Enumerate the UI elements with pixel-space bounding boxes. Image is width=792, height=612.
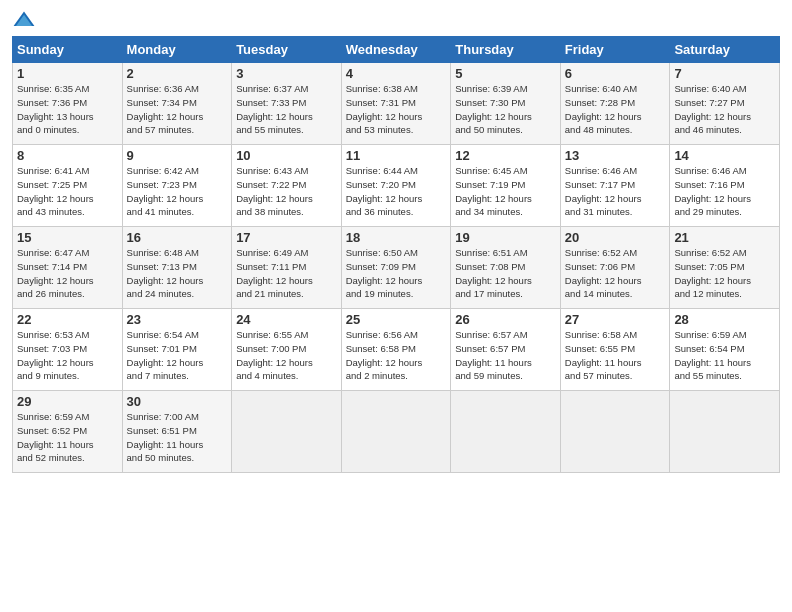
- calendar-week-4: 22Sunrise: 6:53 AM Sunset: 7:03 PM Dayli…: [13, 309, 780, 391]
- calendar-cell: [232, 391, 342, 473]
- calendar-cell: 17Sunrise: 6:49 AM Sunset: 7:11 PM Dayli…: [232, 227, 342, 309]
- calendar-cell: 4Sunrise: 6:38 AM Sunset: 7:31 PM Daylig…: [341, 63, 451, 145]
- day-info: Sunrise: 6:52 AM Sunset: 7:06 PM Dayligh…: [565, 246, 666, 301]
- day-info: Sunrise: 6:45 AM Sunset: 7:19 PM Dayligh…: [455, 164, 556, 219]
- day-number: 8: [17, 148, 118, 163]
- day-number: 19: [455, 230, 556, 245]
- calendar-cell: 13Sunrise: 6:46 AM Sunset: 7:17 PM Dayli…: [560, 145, 670, 227]
- day-number: 24: [236, 312, 337, 327]
- weekday-header-friday: Friday: [560, 37, 670, 63]
- calendar-cell: 22Sunrise: 6:53 AM Sunset: 7:03 PM Dayli…: [13, 309, 123, 391]
- calendar-week-1: 1Sunrise: 6:35 AM Sunset: 7:36 PM Daylig…: [13, 63, 780, 145]
- calendar-cell: 28Sunrise: 6:59 AM Sunset: 6:54 PM Dayli…: [670, 309, 780, 391]
- day-info: Sunrise: 6:50 AM Sunset: 7:09 PM Dayligh…: [346, 246, 447, 301]
- calendar-cell: [670, 391, 780, 473]
- day-number: 15: [17, 230, 118, 245]
- calendar-week-5: 29Sunrise: 6:59 AM Sunset: 6:52 PM Dayli…: [13, 391, 780, 473]
- day-info: Sunrise: 6:35 AM Sunset: 7:36 PM Dayligh…: [17, 82, 118, 137]
- logo: [12, 10, 40, 30]
- calendar-cell: 11Sunrise: 6:44 AM Sunset: 7:20 PM Dayli…: [341, 145, 451, 227]
- day-number: 17: [236, 230, 337, 245]
- day-info: Sunrise: 6:42 AM Sunset: 7:23 PM Dayligh…: [127, 164, 228, 219]
- calendar-cell: 14Sunrise: 6:46 AM Sunset: 7:16 PM Dayli…: [670, 145, 780, 227]
- day-info: Sunrise: 6:39 AM Sunset: 7:30 PM Dayligh…: [455, 82, 556, 137]
- calendar-cell: 7Sunrise: 6:40 AM Sunset: 7:27 PM Daylig…: [670, 63, 780, 145]
- day-info: Sunrise: 6:47 AM Sunset: 7:14 PM Dayligh…: [17, 246, 118, 301]
- day-info: Sunrise: 6:46 AM Sunset: 7:16 PM Dayligh…: [674, 164, 775, 219]
- weekday-header-saturday: Saturday: [670, 37, 780, 63]
- calendar-cell: 29Sunrise: 6:59 AM Sunset: 6:52 PM Dayli…: [13, 391, 123, 473]
- calendar-cell: 15Sunrise: 6:47 AM Sunset: 7:14 PM Dayli…: [13, 227, 123, 309]
- calendar-table: SundayMondayTuesdayWednesdayThursdayFrid…: [12, 36, 780, 473]
- main-container: SundayMondayTuesdayWednesdayThursdayFrid…: [0, 0, 792, 483]
- day-info: Sunrise: 6:40 AM Sunset: 7:28 PM Dayligh…: [565, 82, 666, 137]
- day-info: Sunrise: 6:55 AM Sunset: 7:00 PM Dayligh…: [236, 328, 337, 383]
- calendar-cell: [451, 391, 561, 473]
- day-number: 25: [346, 312, 447, 327]
- calendar-cell: 27Sunrise: 6:58 AM Sunset: 6:55 PM Dayli…: [560, 309, 670, 391]
- day-number: 23: [127, 312, 228, 327]
- day-number: 7: [674, 66, 775, 81]
- calendar-cell: 21Sunrise: 6:52 AM Sunset: 7:05 PM Dayli…: [670, 227, 780, 309]
- day-number: 28: [674, 312, 775, 327]
- calendar-cell: 5Sunrise: 6:39 AM Sunset: 7:30 PM Daylig…: [451, 63, 561, 145]
- calendar-cell: 24Sunrise: 6:55 AM Sunset: 7:00 PM Dayli…: [232, 309, 342, 391]
- day-info: Sunrise: 6:36 AM Sunset: 7:34 PM Dayligh…: [127, 82, 228, 137]
- day-info: Sunrise: 6:59 AM Sunset: 6:54 PM Dayligh…: [674, 328, 775, 383]
- calendar-cell: 6Sunrise: 6:40 AM Sunset: 7:28 PM Daylig…: [560, 63, 670, 145]
- day-number: 4: [346, 66, 447, 81]
- calendar-cell: 19Sunrise: 6:51 AM Sunset: 7:08 PM Dayli…: [451, 227, 561, 309]
- calendar-cell: 23Sunrise: 6:54 AM Sunset: 7:01 PM Dayli…: [122, 309, 232, 391]
- calendar-cell: 10Sunrise: 6:43 AM Sunset: 7:22 PM Dayli…: [232, 145, 342, 227]
- day-info: Sunrise: 6:57 AM Sunset: 6:57 PM Dayligh…: [455, 328, 556, 383]
- day-info: Sunrise: 6:37 AM Sunset: 7:33 PM Dayligh…: [236, 82, 337, 137]
- day-number: 12: [455, 148, 556, 163]
- day-number: 30: [127, 394, 228, 409]
- day-info: Sunrise: 6:43 AM Sunset: 7:22 PM Dayligh…: [236, 164, 337, 219]
- day-info: Sunrise: 7:00 AM Sunset: 6:51 PM Dayligh…: [127, 410, 228, 465]
- day-number: 14: [674, 148, 775, 163]
- weekday-header-monday: Monday: [122, 37, 232, 63]
- calendar-cell: 2Sunrise: 6:36 AM Sunset: 7:34 PM Daylig…: [122, 63, 232, 145]
- day-info: Sunrise: 6:51 AM Sunset: 7:08 PM Dayligh…: [455, 246, 556, 301]
- logo-icon: [12, 10, 36, 30]
- calendar-cell: [560, 391, 670, 473]
- calendar-week-2: 8Sunrise: 6:41 AM Sunset: 7:25 PM Daylig…: [13, 145, 780, 227]
- day-number: 29: [17, 394, 118, 409]
- day-number: 10: [236, 148, 337, 163]
- calendar-cell: 3Sunrise: 6:37 AM Sunset: 7:33 PM Daylig…: [232, 63, 342, 145]
- day-number: 21: [674, 230, 775, 245]
- day-number: 20: [565, 230, 666, 245]
- day-info: Sunrise: 6:56 AM Sunset: 6:58 PM Dayligh…: [346, 328, 447, 383]
- day-number: 22: [17, 312, 118, 327]
- day-info: Sunrise: 6:52 AM Sunset: 7:05 PM Dayligh…: [674, 246, 775, 301]
- day-number: 9: [127, 148, 228, 163]
- weekday-header-thursday: Thursday: [451, 37, 561, 63]
- day-info: Sunrise: 6:53 AM Sunset: 7:03 PM Dayligh…: [17, 328, 118, 383]
- calendar-cell: 20Sunrise: 6:52 AM Sunset: 7:06 PM Dayli…: [560, 227, 670, 309]
- day-number: 26: [455, 312, 556, 327]
- calendar-cell: 9Sunrise: 6:42 AM Sunset: 7:23 PM Daylig…: [122, 145, 232, 227]
- calendar-header: SundayMondayTuesdayWednesdayThursdayFrid…: [13, 37, 780, 63]
- calendar-cell: [341, 391, 451, 473]
- calendar-cell: 26Sunrise: 6:57 AM Sunset: 6:57 PM Dayli…: [451, 309, 561, 391]
- day-info: Sunrise: 6:41 AM Sunset: 7:25 PM Dayligh…: [17, 164, 118, 219]
- calendar-cell: 30Sunrise: 7:00 AM Sunset: 6:51 PM Dayli…: [122, 391, 232, 473]
- weekday-header-wednesday: Wednesday: [341, 37, 451, 63]
- weekday-header-sunday: Sunday: [13, 37, 123, 63]
- day-number: 2: [127, 66, 228, 81]
- day-info: Sunrise: 6:48 AM Sunset: 7:13 PM Dayligh…: [127, 246, 228, 301]
- day-info: Sunrise: 6:44 AM Sunset: 7:20 PM Dayligh…: [346, 164, 447, 219]
- calendar-week-3: 15Sunrise: 6:47 AM Sunset: 7:14 PM Dayli…: [13, 227, 780, 309]
- day-info: Sunrise: 6:54 AM Sunset: 7:01 PM Dayligh…: [127, 328, 228, 383]
- day-info: Sunrise: 6:58 AM Sunset: 6:55 PM Dayligh…: [565, 328, 666, 383]
- day-number: 16: [127, 230, 228, 245]
- day-info: Sunrise: 6:49 AM Sunset: 7:11 PM Dayligh…: [236, 246, 337, 301]
- calendar-cell: 8Sunrise: 6:41 AM Sunset: 7:25 PM Daylig…: [13, 145, 123, 227]
- calendar-cell: 18Sunrise: 6:50 AM Sunset: 7:09 PM Dayli…: [341, 227, 451, 309]
- day-info: Sunrise: 6:40 AM Sunset: 7:27 PM Dayligh…: [674, 82, 775, 137]
- calendar-cell: 16Sunrise: 6:48 AM Sunset: 7:13 PM Dayli…: [122, 227, 232, 309]
- weekday-header-tuesday: Tuesday: [232, 37, 342, 63]
- day-number: 5: [455, 66, 556, 81]
- day-number: 18: [346, 230, 447, 245]
